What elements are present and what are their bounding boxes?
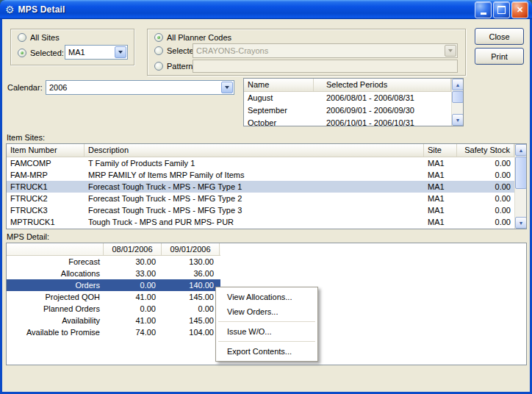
item-number-cell: MPTRUCK1 (7, 216, 85, 228)
site-combobox[interactable]: MA1 (65, 45, 128, 60)
scroll-down-icon[interactable]: ▼ (452, 114, 464, 126)
mps-detail-header: 08/01/2006 09/01/2006 (7, 243, 220, 256)
menu-item-issue-w-o[interactable]: Issue W/O... (216, 324, 317, 339)
menu-separator (218, 341, 315, 342)
column-header-selected-periods[interactable]: Selected Periods (314, 79, 451, 91)
item-sites-rows: FAMCOMPT Family of Products Family 1MA10… (7, 157, 514, 228)
menu-item-view-orders[interactable]: View Orders... (216, 304, 317, 319)
calendar-label: Calendar: (7, 83, 43, 92)
period-row[interactable]: September2006/09/01 - 2006/09/30 (244, 104, 451, 117)
item-number-cell: FTRUCK3 (7, 204, 85, 216)
mps-row[interactable]: Allocations33.0036.00 (7, 268, 220, 279)
sites-groupbox: All Sites Selected: MA1 (10, 29, 134, 65)
minimize-icon (481, 12, 486, 15)
site-combobox-value: MA1 (65, 46, 114, 59)
radio-unchecked-icon (154, 46, 163, 55)
periods-scrollbar[interactable]: ▲ ▼ (451, 79, 463, 126)
all-planner-codes-label: All Planner Codes (167, 33, 231, 42)
maximize-icon (497, 6, 506, 14)
chevron-down-icon (445, 45, 456, 57)
periods-table-header: Name Selected Periods (244, 79, 451, 92)
description-cell: Forecast Tough Truck - MPS - MFG Type 2 (85, 193, 424, 204)
mps-row[interactable]: Planned Orders0.000.00 (7, 303, 220, 315)
close-button[interactable]: Close (475, 28, 524, 45)
scroll-up-icon[interactable]: ▲ (515, 144, 527, 156)
mps-row[interactable]: Forecast30.00130.00 (7, 256, 220, 268)
item-sites-table: Item Number Description Site Safety Stoc… (6, 143, 527, 229)
period-range-cell: 2006/09/01 - 2006/09/30 (314, 104, 451, 117)
item-site-row[interactable]: FTRUCK2Forecast Tough Truck - MPS - MFG … (7, 193, 514, 204)
item-site-row[interactable]: MPTRUCK1Tough Truck - MPS and PUR MPS- P… (7, 216, 514, 228)
radio-unchecked-icon (154, 62, 163, 71)
menu-separator (218, 321, 315, 322)
mps-row[interactable]: Available to Promise74.00104.00 (7, 326, 220, 338)
mps-rows: Forecast30.00130.00Allocations33.0036.00… (7, 256, 220, 338)
item-site-row[interactable]: FAMCOMPT Family of Products Family 1MA10… (7, 157, 514, 169)
context-menu: View Allocations...View Orders...Issue W… (215, 287, 318, 362)
all-sites-label: All Sites (30, 33, 60, 42)
column-header-description[interactable]: Description (85, 144, 424, 157)
description-cell: Forecast Tough Truck - MPS - MFG Type 3 (85, 204, 424, 216)
selected-site-label: Selected: (30, 49, 64, 57)
site-cell: MA1 (424, 204, 457, 216)
radio-checked-icon (154, 33, 163, 42)
close-icon: ✕ (517, 6, 523, 14)
chevron-down-icon[interactable] (221, 82, 233, 93)
periods-table: Name Selected Periods August2006/08/01 -… (243, 78, 464, 126)
window-title: MPS Detail (18, 4, 475, 15)
mps-row[interactable]: Availability41.00145.00 (7, 315, 220, 326)
mps-value-cell: 0.00 (162, 303, 220, 315)
site-cell: MA1 (424, 216, 457, 228)
safety-stock-cell: 0.00 (457, 169, 514, 181)
period-range-cell: 2006/10/01 - 2006/10/31 (314, 117, 451, 126)
radio-checked-icon (18, 49, 26, 57)
mps-value-cell: 145.00 (162, 315, 220, 326)
planner-code-combobox-value: CRAYONS-Crayons (193, 44, 444, 57)
chevron-down-icon[interactable] (115, 46, 126, 58)
item-site-row[interactable]: FTRUCK3Forecast Tough Truck - MPS - MFG … (7, 204, 514, 216)
period-row[interactable]: October2006/10/01 - 2006/10/31 (244, 117, 451, 126)
item-site-row[interactable]: FTRUCK1Forecast Tough Truck - MPS - MFG … (7, 181, 514, 193)
selected-site-radio[interactable]: Selected: (18, 48, 64, 58)
calendar-combobox[interactable]: 2006 (46, 80, 234, 95)
titlebar[interactable]: ⚙ MPS Detail ✕ (0, 0, 532, 19)
scrollbar-thumb[interactable] (515, 157, 527, 189)
mps-value-cell: 104.00 (162, 326, 220, 338)
pattern-radio[interactable]: Pattern: (154, 61, 195, 71)
minimize-button[interactable] (475, 1, 492, 18)
column-header-period-2[interactable]: 09/01/2006 (162, 243, 220, 255)
period-name-cell: October (244, 117, 314, 126)
safety-stock-cell: 0.00 (457, 157, 514, 169)
mps-row-label: Projected QOH (7, 291, 104, 303)
maximize-button[interactable] (493, 1, 510, 18)
column-header-item-number[interactable]: Item Number (7, 144, 85, 157)
scroll-up-icon[interactable]: ▲ (452, 79, 464, 90)
column-header-site[interactable]: Site (424, 144, 457, 157)
safety-stock-cell: 0.00 (457, 204, 514, 216)
item-number-cell: FTRUCK2 (7, 193, 85, 204)
column-header-name[interactable]: Name (244, 79, 314, 91)
all-planner-codes-radio[interactable]: All Planner Codes (154, 32, 231, 43)
mps-row-label: Planned Orders (7, 303, 104, 315)
mps-value-cell: 41.00 (104, 315, 162, 326)
mps-value-cell: 33.00 (104, 268, 162, 279)
print-button[interactable]: Print (475, 48, 524, 65)
mps-row[interactable]: Orders0.00140.00 (7, 279, 220, 291)
period-row[interactable]: August2006/08/01 - 2006/08/31 (244, 92, 451, 104)
item-sites-scrollbar[interactable]: ▲ ▼ (514, 144, 526, 229)
mps-value-cell: 74.00 (104, 326, 162, 338)
scroll-down-icon[interactable]: ▼ (515, 217, 527, 229)
menu-item-export-contents[interactable]: Export Contents... (216, 344, 317, 359)
all-sites-radio[interactable]: All Sites (18, 32, 60, 43)
menu-item-view-allocations[interactable]: View Allocations... (216, 290, 317, 304)
mps-row[interactable]: Projected QOH41.00145.00 (7, 291, 220, 303)
column-header-safety-stock[interactable]: Safety Stock (457, 144, 514, 157)
window-close-button[interactable]: ✕ (511, 1, 528, 18)
mps-value-cell: 130.00 (162, 256, 220, 268)
item-site-row[interactable]: FAM-MRPMRP FAMILY of Items MRP Family of… (7, 169, 514, 181)
mps-row-label: Forecast (7, 256, 104, 268)
period-name-cell: August (244, 92, 314, 104)
column-header-period-1[interactable]: 08/01/2006 (104, 243, 162, 255)
planner-codes-groupbox: All Planner Codes Selected: CRAYONS-Cray… (147, 29, 466, 76)
scrollbar-thumb[interactable] (452, 91, 464, 103)
